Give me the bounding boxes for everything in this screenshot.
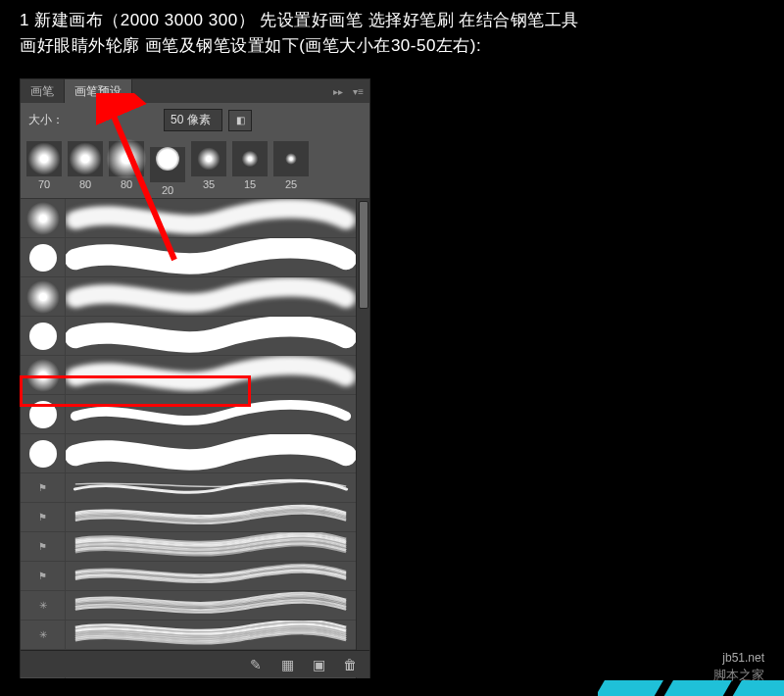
brush-pose-icon[interactable]: ✎ (246, 655, 266, 674)
scroll-thumb[interactable] (359, 201, 368, 309)
preset-item[interactable]: 35 (189, 141, 228, 196)
brush-row[interactable]: ✳ (21, 591, 356, 621)
brush-stroke-preview (66, 199, 356, 237)
preset-item[interactable]: 70 (24, 141, 64, 196)
preset-row: 70 80 80 20 35 15 25 (21, 137, 369, 198)
collapse-icon[interactable]: ▸▸ (333, 86, 343, 97)
brush-row[interactable]: ⚑ (21, 473, 356, 503)
scrollbar[interactable] (356, 199, 369, 678)
brush-stroke-preview (66, 621, 356, 649)
new-brush-icon[interactable]: ▣ (309, 655, 328, 674)
panel-tabs: 画笔 画笔预设 ▸▸ ▾≡ (21, 79, 369, 103)
panel-bottom-bar: ✎ ▦ ▣ 🗑 (21, 650, 369, 677)
brush-stroke-preview (66, 473, 356, 502)
brush-stroke-preview (66, 434, 356, 472)
size-slider[interactable] (70, 114, 158, 127)
brush-tip-icon (21, 395, 66, 433)
brush-scroll-area: ⚑ ⚑ ⚑ ⚑ ✳ ✳ ■ ■ ■ (21, 199, 356, 678)
brush-tip-icon (21, 199, 66, 237)
preset-item[interactable]: 25 (271, 141, 311, 196)
brush-presets-panel: 画笔 画笔预设 ▸▸ ▾≡ 大小： 50 像素 ◧ 70 80 80 20 35… (20, 78, 370, 678)
preset-item[interactable]: 80 (107, 141, 146, 196)
instruction-line-1: 1 新建画布（2000 3000 300） 先设置好画笔 选择好笔刷 在结合钢笔… (20, 8, 764, 33)
size-label: 大小： (28, 112, 64, 128)
delete-icon[interactable]: 🗑 (340, 655, 360, 674)
brush-row[interactable]: ⚑ (21, 503, 356, 532)
brush-row[interactable] (21, 199, 356, 238)
size-row: 大小： 50 像素 ◧ (21, 103, 369, 137)
toggle-preview-icon[interactable]: ◧ (228, 110, 252, 131)
brush-row[interactable] (21, 434, 356, 473)
brush-tip-icon: ✳ (21, 621, 66, 649)
instruction-text: 1 新建画布（2000 3000 300） 先设置好画笔 选择好笔刷 在结合钢笔… (0, 0, 784, 66)
brush-tip-icon: ⚑ (21, 473, 66, 502)
brush-row[interactable] (21, 238, 356, 277)
brush-tip-icon: ⚑ (21, 532, 66, 561)
brush-row[interactable]: ✳ (21, 621, 356, 650)
brush-stroke-preview (66, 395, 356, 433)
brush-tip-icon: ⚑ (21, 562, 66, 590)
preset-item[interactable]: 15 (230, 141, 270, 196)
size-value-field[interactable]: 50 像素 (164, 109, 222, 131)
tab-brush[interactable]: 画笔 (21, 79, 65, 103)
brush-stroke-preview (66, 356, 356, 394)
footer-decor (598, 657, 784, 696)
brush-stroke-preview (66, 532, 356, 561)
brush-row[interactable] (21, 317, 356, 356)
brush-tip-icon (21, 356, 66, 394)
instruction-line-2: 画好眼睛外轮廓 画笔及钢笔设置如下(画笔大小在30-50左右): (20, 33, 764, 59)
brush-list: ⚑ ⚑ ⚑ ⚑ ✳ ✳ ■ ■ ■ (21, 198, 369, 678)
brush-row[interactable] (21, 395, 356, 434)
brush-stroke-preview (66, 562, 356, 590)
brush-stroke-preview (66, 503, 356, 531)
brush-stroke-preview (66, 238, 356, 276)
brush-tip-icon: ✳ (21, 591, 66, 620)
tab-brush-presets[interactable]: 画笔预设 (65, 79, 132, 103)
brush-row[interactable] (21, 277, 356, 317)
preset-item[interactable]: 80 (66, 141, 105, 196)
brush-tip-icon: ⚑ (21, 503, 66, 531)
brush-tip-icon (21, 238, 66, 276)
brush-tip-icon (21, 317, 66, 355)
brush-row[interactable] (21, 356, 356, 395)
preset-item[interactable]: 20 (148, 141, 187, 196)
brush-tip-icon (21, 277, 66, 316)
brush-stroke-preview (66, 591, 356, 620)
brush-row[interactable]: ⚑ (21, 532, 356, 562)
live-tip-icon[interactable]: ▦ (277, 655, 297, 674)
panel-menu-icon[interactable]: ▾≡ (353, 86, 364, 97)
brush-stroke-preview (66, 277, 356, 316)
brush-tip-icon (21, 434, 66, 472)
brush-row[interactable]: ⚑ (21, 562, 356, 591)
brush-stroke-preview (66, 317, 356, 355)
